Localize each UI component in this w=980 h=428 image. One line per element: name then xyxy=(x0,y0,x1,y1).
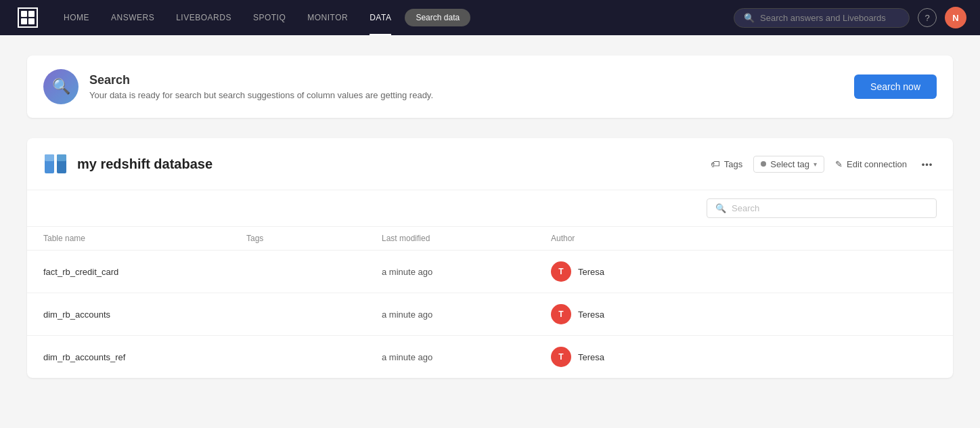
global-search-box[interactable]: 🔍 xyxy=(734,8,910,28)
nav-items: HOME ANSWERS LIVEBOARDS SPOTIQ MONITOR D… xyxy=(53,0,734,35)
nav-right: 🔍 ? N xyxy=(734,7,966,28)
cell-last-modified: a minute ago xyxy=(382,267,551,277)
help-button[interactable]: ? xyxy=(918,8,937,27)
banner-description: Your data is ready for search but search… xyxy=(89,90,433,100)
author-name: Teresa xyxy=(578,267,604,277)
nav-item-monitor[interactable]: MONITOR xyxy=(296,0,359,35)
nav-item-answers[interactable]: ANSWERS xyxy=(100,0,165,35)
author-name: Teresa xyxy=(578,352,604,362)
database-section: my redshift database 🏷 Tags Select tag ▾… xyxy=(27,138,953,378)
select-tag-label: Select tag xyxy=(770,159,809,169)
table-row[interactable]: fact_rb_credit_card a minute ago T Teres… xyxy=(27,250,953,293)
logo[interactable] xyxy=(14,3,42,32)
table-search-icon: 🔍 xyxy=(715,203,726,213)
table-search-input[interactable] xyxy=(732,203,928,213)
cell-author: T Teresa xyxy=(551,347,937,367)
database-actions: 🏷 Tags Select tag ▾ ✎ Edit connection ••… xyxy=(711,154,937,173)
cell-last-modified: a minute ago xyxy=(382,352,551,362)
search-banner-text: Search Your data is ready for search but… xyxy=(89,73,433,100)
col-header-author: Author xyxy=(551,234,937,243)
database-header: my redshift database 🏷 Tags Select tag ▾… xyxy=(27,138,953,190)
column-headers: Table name Tags Last modified Author xyxy=(27,227,953,250)
database-icon xyxy=(43,152,68,176)
table-search-box[interactable]: 🔍 xyxy=(707,198,937,218)
nav-item-spotiq[interactable]: SPOTIQ xyxy=(242,0,296,35)
svg-rect-2 xyxy=(45,154,54,161)
top-navigation: HOME ANSWERS LIVEBOARDS SPOTIQ MONITOR D… xyxy=(0,0,980,35)
database-title: my redshift database xyxy=(77,156,711,172)
table-body: fact_rb_credit_card a minute ago T Teres… xyxy=(27,250,953,378)
cell-last-modified: a minute ago xyxy=(382,309,551,320)
author-avatar: T xyxy=(551,347,571,367)
search-banner-left: 🔍 Search Your data is ready for search b… xyxy=(43,69,433,104)
edit-connection-label: Edit connection xyxy=(847,159,907,169)
search-icon: 🔍 xyxy=(744,13,755,23)
author-avatar: T xyxy=(551,261,571,282)
select-tag-button[interactable]: Select tag ▾ xyxy=(753,156,824,173)
author-avatar: T xyxy=(551,304,571,324)
table-search-row: 🔍 xyxy=(27,190,953,227)
banner-title: Search xyxy=(89,73,433,87)
user-avatar[interactable]: N xyxy=(945,7,966,28)
search-banner-icon: 🔍 xyxy=(43,69,79,104)
cell-table-name: dim_rb_accounts xyxy=(43,309,246,320)
nav-item-data[interactable]: DATA xyxy=(359,0,402,35)
author-name: Teresa xyxy=(578,309,604,320)
cell-author: T Teresa xyxy=(551,304,937,324)
svg-rect-3 xyxy=(57,154,66,161)
ellipsis-icon: ••• xyxy=(922,159,933,169)
cell-table-name: dim_rb_accounts_ref xyxy=(43,352,246,362)
col-header-table-name: Table name xyxy=(43,234,246,243)
search-now-button[interactable]: Search now xyxy=(854,74,937,99)
table-row[interactable]: dim_rb_accounts_ref a minute ago T Teres… xyxy=(27,335,953,378)
main-content: 🔍 Search Your data is ready for search b… xyxy=(0,35,980,428)
global-search-input[interactable] xyxy=(760,13,899,23)
search-banner: 🔍 Search Your data is ready for search b… xyxy=(27,56,953,118)
cell-table-name: fact_rb_credit_card xyxy=(43,267,246,277)
tags-button[interactable]: 🏷 Tags xyxy=(711,158,742,169)
magnify-icon: 🔍 xyxy=(52,78,70,95)
table-row[interactable]: dim_rb_accounts a minute ago T Teresa xyxy=(27,293,953,335)
nav-item-home[interactable]: HOME xyxy=(53,0,100,35)
edit-connection-button[interactable]: ✎ Edit connection xyxy=(835,159,907,169)
cell-author: T Teresa xyxy=(551,261,937,282)
pencil-icon: ✎ xyxy=(835,159,843,169)
nav-search-data-button[interactable]: Search data xyxy=(405,9,470,26)
tag-icon: 🏷 xyxy=(711,158,720,169)
col-header-last-modified: Last modified xyxy=(382,234,551,243)
col-header-tags: Tags xyxy=(246,234,382,243)
chevron-down-icon: ▾ xyxy=(814,160,817,168)
more-options-button[interactable]: ••• xyxy=(918,154,937,173)
select-tag-dot-icon xyxy=(761,161,766,167)
nav-item-liveboards[interactable]: LIVEBOARDS xyxy=(165,0,242,35)
tags-label: Tags xyxy=(724,159,742,169)
